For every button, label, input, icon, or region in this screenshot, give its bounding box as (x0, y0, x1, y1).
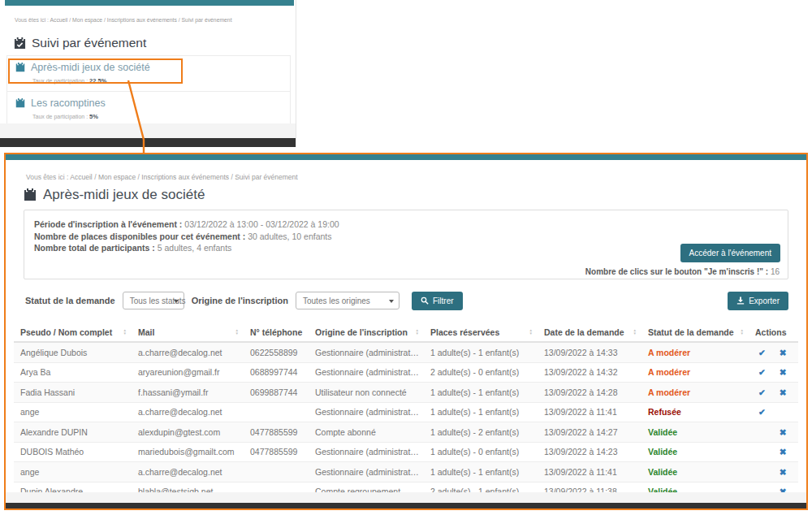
table-body: Angélique Dubois a.charre@decalog.net 06… (14, 343, 798, 502)
cell-phone: 0477885599 (244, 427, 309, 437)
info-participants-value: 5 adultes, 4 enfants (158, 243, 232, 253)
filter-button[interactable]: Filtrer (412, 292, 463, 310)
approve-icon[interactable]: ✔ (758, 388, 766, 397)
top-accent-bar (6, 154, 806, 160)
cell-date: 13/09/2022 à 14:32 (538, 367, 641, 377)
sort-icon: ▲▼ (416, 329, 419, 336)
cell-mail: a.charre@decalog.net (132, 348, 244, 357)
cell-places: 1 adulte(s) - 0 enfant(s) (424, 447, 538, 457)
breadcrumb-item-inscriptions[interactable]: Inscriptions aux événements (107, 17, 177, 23)
calendar-check-icon (14, 37, 26, 50)
col-header-label: Mail (138, 327, 154, 337)
sort-icon: ▲▼ (741, 329, 744, 336)
cell-date: 13/09/2022 à 14:27 (538, 427, 641, 437)
event-title: Après-midi jeux de société (24, 187, 205, 203)
breadcrumb: Vous êtes ici : Accueil / Mon espace / I… (26, 173, 298, 181)
cell-date: 13/09/2022 à 14:28 (538, 387, 641, 397)
reject-icon[interactable]: ✖ (780, 388, 787, 397)
sort-icon: ▲▼ (123, 329, 127, 336)
cell-origin: Gestionnaire (administrateur) (309, 447, 424, 457)
cell-origin: Gestionnaire (administrateur) (309, 348, 424, 357)
participation-rate: Taux de participation : 5% (32, 113, 282, 120)
table-row: ange a.charre@decalog.net Gestionnaire (… (14, 462, 798, 483)
reject-icon[interactable]: ✖ (780, 348, 787, 357)
cell-name: Angélique Dubois (14, 348, 132, 357)
cell-actions: ✔ ✖ (749, 468, 798, 477)
origin-filter-value: Toutes les origines (303, 296, 370, 305)
table-row: Angélique Dubois a.charre@decalog.net 06… (14, 343, 798, 363)
col-header-name[interactable]: Pseudo / Nom complet ▲▼ (14, 327, 132, 337)
export-button-label: Exporter (749, 296, 780, 305)
approve-icon[interactable]: ✔ (758, 368, 766, 377)
cell-status: A modérer (641, 387, 749, 397)
calendar-icon (15, 98, 25, 108)
detail-panel: Vous êtes ici : Accueil / Mon espace / I… (4, 153, 808, 510)
status-filter-select[interactable]: Tous les statuts (123, 292, 184, 309)
approve-icon[interactable]: ✔ (758, 348, 766, 357)
table-row: Fadia Hassani f.hassani@ymail.fr 0699887… (14, 383, 798, 403)
cell-name: ange (14, 407, 132, 417)
annotation-highlight-box (8, 58, 183, 84)
cell-date: 13/09/2022 à 11:41 (538, 407, 641, 417)
info-participants: Nombre total de participants : 5 adultes… (34, 242, 778, 254)
cell-mail: f.hassani@ymail.fr (132, 387, 244, 397)
clicks-value: 16 (771, 267, 780, 276)
breadcrumb-item-mon-espace[interactable]: Mon espace (72, 17, 102, 23)
col-header-places[interactable]: Places réservées ▲▼ (424, 327, 538, 337)
access-event-button[interactable]: Accéder à l'événement (680, 244, 780, 262)
export-button[interactable]: Exporter (728, 292, 788, 310)
clicks-label: Nombre de clics sur le bouton "Je m'insc… (585, 267, 768, 276)
approve-icon[interactable]: ✔ (758, 408, 766, 417)
breadcrumb-item-mon-espace[interactable]: Mon espace (98, 173, 136, 181)
col-header-label: Pseudo / Nom complet (20, 327, 112, 337)
reject-icon[interactable]: ✖ (780, 368, 787, 377)
breadcrumb-item-suivi: Suivi par événement (182, 17, 232, 23)
cell-actions: ✔ ✖ (749, 408, 798, 417)
cell-actions: ✔ ✖ (749, 428, 798, 437)
cell-actions: ✔ ✖ (749, 348, 798, 357)
cell-phone: 0688997744 (244, 367, 309, 377)
breadcrumb-item-accueil[interactable]: Accueil (70, 173, 92, 181)
cell-status: Refusée (641, 407, 749, 417)
cell-mail: a.charre@decalog.net (132, 407, 244, 417)
breadcrumb-item-accueil[interactable]: Accueil (50, 17, 67, 23)
cell-status: A modérer (641, 367, 749, 377)
cell-actions: ✔ ✖ (749, 448, 798, 457)
col-header-label: N° téléphone (250, 327, 302, 337)
page-background-strip (0, 123, 296, 138)
info-period: Période d'inscription à l'événement : 03… (34, 219, 778, 231)
top-accent-bar (5, 0, 294, 6)
cell-origin: Compte abonné (309, 427, 424, 437)
breadcrumb-separator: / (94, 173, 96, 181)
cell-mail: alexdupin@gtest.com (132, 427, 244, 437)
info-places-label: Nombre de places disponibles pour cet év… (34, 232, 245, 241)
cell-places: 1 adulte(s) - 1 enfant(s) (424, 348, 538, 357)
cell-date: 13/09/2022 à 11:41 (538, 467, 641, 477)
participation-value: 5% (89, 113, 98, 120)
col-header-date[interactable]: Date de la demande ▲▼ (538, 327, 641, 337)
breadcrumb-separator: / (179, 17, 180, 23)
breadcrumb-item-inscriptions[interactable]: Inscriptions aux événements (141, 173, 229, 181)
col-header-origin[interactable]: Origine de l'inscription ▲▼ (309, 327, 424, 337)
reject-icon[interactable]: ✖ (780, 468, 787, 477)
col-header-status[interactable]: Statut de la demande ▲▼ (641, 327, 749, 337)
page-title-label: Suivi par événement (32, 36, 146, 50)
breadcrumb-prefix: Vous êtes ici : (15, 17, 49, 23)
overview-panel: Vous êtes ici : Accueil / Mon espace / I… (0, 0, 296, 147)
col-header-mail[interactable]: Mail ▲▼ (132, 327, 244, 337)
cell-name: Arya Ba (14, 367, 132, 377)
event-link-racomptines[interactable]: Les racomptines (15, 97, 282, 109)
cell-origin: Gestionnaire (administrateur) (309, 367, 424, 377)
cell-places: 1 adulte(s) - 2 enfant(s) (424, 427, 538, 437)
cell-mail: mariedubois@gmailt.com (132, 447, 244, 457)
event-list-item: Les racomptines Taux de participation : … (7, 91, 290, 127)
breadcrumb-prefix: Vous êtes ici : (26, 173, 68, 181)
footer-bar (0, 138, 296, 147)
reject-icon[interactable]: ✖ (780, 428, 787, 437)
cell-mail: aryareunion@gmail.fr (132, 367, 244, 377)
origin-filter-select[interactable]: Toutes les origines (296, 292, 400, 309)
cell-status: A modérer (641, 348, 749, 357)
cell-name: Alexandre DUPIN (14, 427, 132, 437)
reject-icon[interactable]: ✖ (780, 448, 787, 457)
cell-actions: ✔ ✖ (749, 368, 798, 377)
